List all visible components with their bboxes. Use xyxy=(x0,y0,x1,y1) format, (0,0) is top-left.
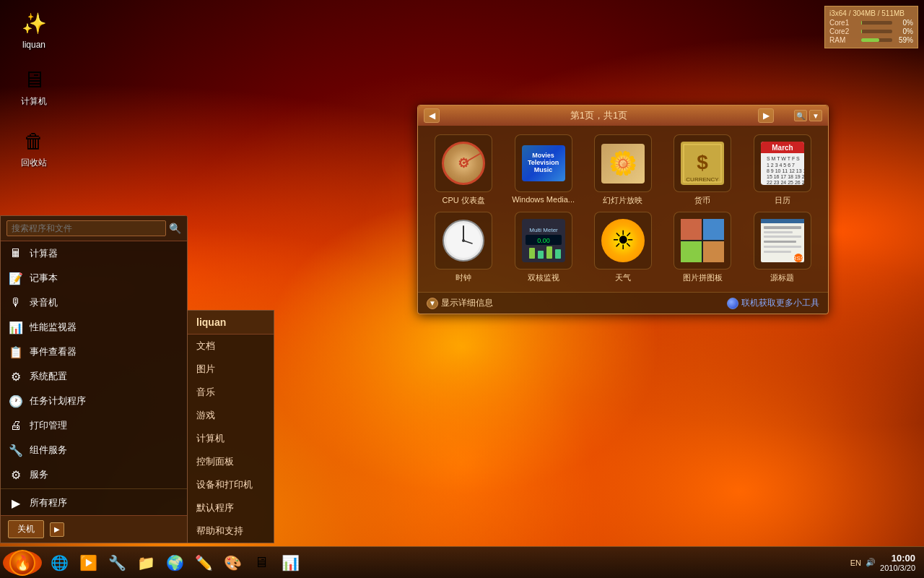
ram-label: RAM xyxy=(829,36,858,44)
gadget-expand-btn[interactable]: ▼ xyxy=(809,110,822,121)
svg-text:15 16 17 18 19 20 21: 15 16 17 18 19 20 21 xyxy=(767,174,804,179)
desktop-icon-recycle[interactable]: 🗑 回收站 xyxy=(9,126,59,168)
start-item-sysconfig[interactable]: ⚙ 系统配置 xyxy=(1,364,187,389)
gadget-search-btn[interactable]: 🔍 xyxy=(794,110,807,121)
gadget-multimeter[interactable]: Multi Meter 0.00 双核监视 xyxy=(506,212,580,283)
core2-value: 0% xyxy=(895,27,913,35)
gadget-puzzle[interactable]: 图片拼图板 xyxy=(666,212,739,283)
svg-text:1 2 3 4 5 6 7: 1 2 3 4 5 6 7 xyxy=(767,163,795,168)
taskbar-tools[interactable]: 🔧 xyxy=(104,551,130,574)
svg-rect-38 xyxy=(764,246,801,248)
gadget-get-more[interactable]: 联机获取更多小工具 xyxy=(727,297,819,309)
taskbar-media[interactable]: ▶️ xyxy=(75,551,101,574)
taskbar-folder[interactable]: 📁 xyxy=(133,551,159,574)
core2-bar-bg xyxy=(861,30,892,33)
gadget-currency[interactable]: $ CURRENCY 货币 xyxy=(666,134,739,206)
start-right-music[interactable]: 音乐 xyxy=(188,381,274,404)
start-item-calculator[interactable]: 🖩 计算器 xyxy=(1,241,187,266)
start-right-help[interactable]: 帮助和支持 xyxy=(188,519,274,543)
svg-rect-35 xyxy=(764,231,793,233)
clock-gadget-name: 时钟 xyxy=(456,272,471,283)
tray-keyboard[interactable]: EN xyxy=(850,558,861,567)
taskscheduler-icon: 🕐 xyxy=(8,393,24,409)
liquan-label: liquan xyxy=(22,40,45,50)
gadget-prev-btn[interactable]: ◀ xyxy=(424,108,440,123)
gadget-show-details[interactable]: ▼ 显示详细信息 xyxy=(427,297,493,309)
start-right-computer[interactable]: 计算机 xyxy=(188,427,274,450)
gadget-slideshow[interactable]: 🌼 幻灯片放映 xyxy=(586,134,660,206)
shutdown-arrow-btn[interactable]: ▶ xyxy=(50,522,64,537)
calendar-icon: March S M T W T F S 1 2 3 4 5 6 7 8 9 10… xyxy=(761,142,804,185)
start-item-allprograms[interactable]: ▶ 所有程序 xyxy=(1,491,187,515)
start-right-controlpanel[interactable]: 控制面板 xyxy=(188,450,274,473)
shutdown-button[interactable]: 关机 xyxy=(8,520,44,538)
start-menu: 🔍 🖩 计算器 📝 记事本 🎙 录音机 📊 性能监视器 📋 事件查看器 ⚙ 系统… xyxy=(0,215,188,543)
gadget-next-btn[interactable]: ▶ xyxy=(758,108,774,123)
currency-icon: $ CURRENCY xyxy=(681,142,724,185)
start-menu-shutdown: 关机 ▶ xyxy=(1,515,187,543)
eventviewer-icon: 📋 xyxy=(8,344,24,360)
calculator-label: 计算器 xyxy=(30,247,58,260)
gadget-wm[interactable]: MoviesTelevisionMusic Windows Media... xyxy=(506,134,580,206)
get-more-label: 联机获取更多小工具 xyxy=(741,297,819,309)
gadget-cpu[interactable]: ⚙ CPU 仪表盘 xyxy=(427,134,500,206)
slideshow-icon: 🌼 xyxy=(601,144,645,184)
desktop-icon-computer[interactable]: 🖥 计算机 xyxy=(9,65,59,106)
services-label: 服务 xyxy=(30,468,48,481)
gadget-calendar[interactable]: March S M T W T F S 1 2 3 4 5 6 7 8 9 10… xyxy=(746,134,819,206)
svg-rect-23 xyxy=(538,251,544,259)
start-item-eventviewer[interactable]: 📋 事件查看器 xyxy=(1,340,187,364)
start-menu-divider xyxy=(1,488,187,489)
start-right-pictures[interactable]: 图片 xyxy=(188,358,274,381)
recorder-label: 录音机 xyxy=(30,296,58,309)
start-item-comsvcs[interactable]: 🔧 组件服务 xyxy=(1,438,187,462)
clock-display[interactable]: 10:00 2010/3/20 xyxy=(880,553,915,572)
start-button[interactable]: 🔥 xyxy=(3,551,42,575)
ram-bar-bg xyxy=(861,38,892,42)
taskbar-paint[interactable]: 🎨 xyxy=(219,551,245,574)
gadget-rss[interactable]: RSS 源标题 xyxy=(746,212,819,283)
search-input[interactable] xyxy=(6,220,166,236)
taskbar-graph[interactable]: 📊 xyxy=(277,551,303,574)
monitor-title: i3x64 / 304MB / 511MB xyxy=(829,9,913,17)
svg-text:S M T W T F S: S M T W T F S xyxy=(767,156,800,161)
liquan-icon: ✨ xyxy=(19,9,48,38)
recorder-icon: 🎙 xyxy=(8,295,24,311)
taskbar-display[interactable]: 🖥 xyxy=(248,551,274,574)
gadget-weather[interactable]: ☀ 天气 xyxy=(586,212,660,283)
taskbar-pen[interactable]: ✏️ xyxy=(191,551,217,574)
start-item-services[interactable]: ⚙ 服务 xyxy=(1,462,187,487)
start-right-documents[interactable]: 文档 xyxy=(188,335,274,358)
taskbar-tray: EN 🔊 10:00 2010/3/20 xyxy=(850,553,921,572)
multimeter-icon-wrapper: Multi Meter 0.00 xyxy=(515,212,572,269)
calendar-gadget-name: 日历 xyxy=(775,195,790,206)
core1-bar-bg xyxy=(861,21,892,25)
sysconfig-icon: ⚙ xyxy=(8,368,24,384)
taskbar-network[interactable]: 🌍 xyxy=(162,551,188,574)
start-item-recorder[interactable]: 🎙 录音机 xyxy=(1,290,187,315)
wm-icon: MoviesTelevisionMusic xyxy=(522,145,565,181)
wm-gadget-name: Windows Media... xyxy=(512,195,575,204)
slideshow-gadget-name: 幻灯片放映 xyxy=(603,195,642,206)
svg-rect-25 xyxy=(555,249,561,259)
show-details-label: 显示详细信息 xyxy=(441,297,493,309)
calendar-icon-wrapper: March S M T W T F S 1 2 3 4 5 6 7 8 9 10… xyxy=(754,134,811,192)
gadget-clock[interactable]: 时钟 xyxy=(427,212,500,283)
clock-time: 10:00 xyxy=(880,553,915,564)
cpu-gauge-icon: ⚙ xyxy=(442,142,485,185)
desktop-icon-liquan[interactable]: ✨ liquan xyxy=(9,9,59,50)
start-item-taskscheduler[interactable]: 🕐 任务计划程序 xyxy=(1,389,187,413)
chevron-down-icon: ▼ xyxy=(427,298,438,309)
start-item-perfmon[interactable]: 📊 性能监视器 xyxy=(1,315,187,340)
start-right-defaultprograms[interactable]: 默认程序 xyxy=(188,496,274,519)
start-item-printmgmt[interactable]: 🖨 打印管理 xyxy=(1,413,187,438)
tray-volume[interactable]: 🔊 xyxy=(866,558,876,567)
svg-rect-39 xyxy=(764,251,791,253)
start-item-notepad[interactable]: 📝 记事本 xyxy=(1,266,187,290)
start-right-devices[interactable]: 设备和打印机 xyxy=(188,473,274,496)
printmgmt-icon: 🖨 xyxy=(8,418,24,434)
start-right-games[interactable]: 游戏 xyxy=(188,404,274,427)
taskbar-ie[interactable]: 🌐 xyxy=(46,551,72,574)
svg-rect-36 xyxy=(764,236,801,238)
services-icon: ⚙ xyxy=(8,467,24,483)
